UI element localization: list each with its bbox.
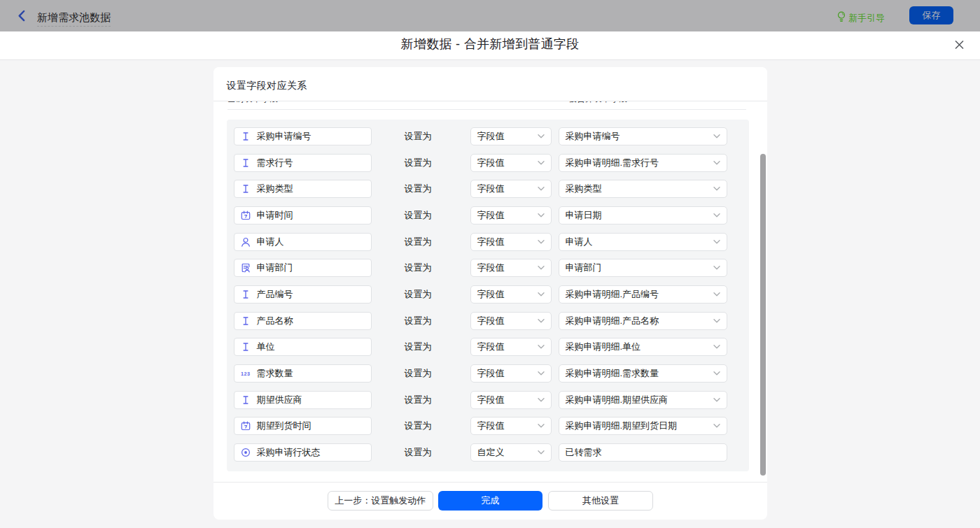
svg-text:123: 123 bbox=[241, 371, 251, 377]
